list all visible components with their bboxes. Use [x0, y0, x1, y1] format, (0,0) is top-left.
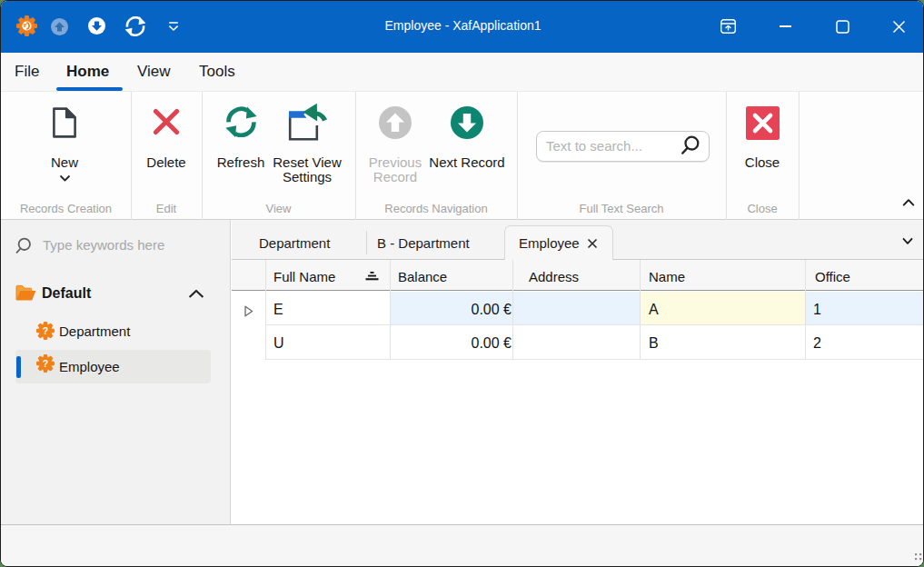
svg-text:?: ?	[43, 325, 48, 336]
svg-text:?: ?	[43, 358, 48, 369]
